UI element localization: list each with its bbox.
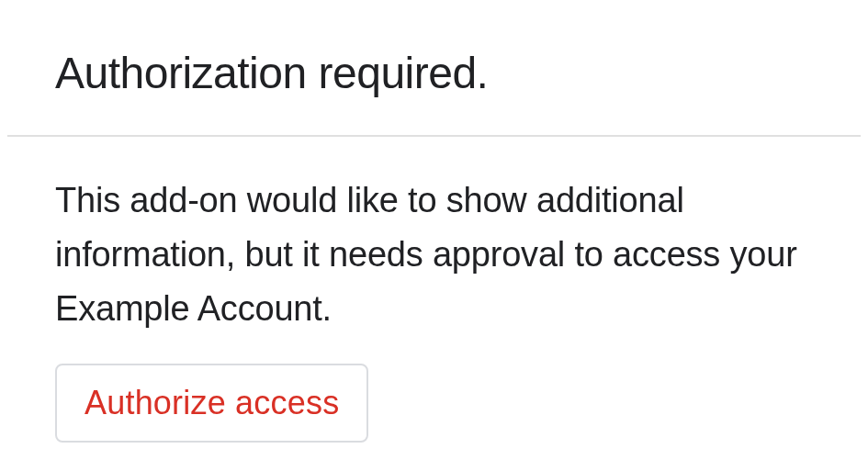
page-title: Authorization required. [55, 48, 813, 98]
authorization-description: This add-on would like to show additiona… [55, 174, 813, 336]
content-area: This add-on would like to show additiona… [0, 137, 868, 443]
authorize-access-button[interactable]: Authorize access [55, 364, 368, 443]
header: Authorization required. [0, 0, 868, 135]
